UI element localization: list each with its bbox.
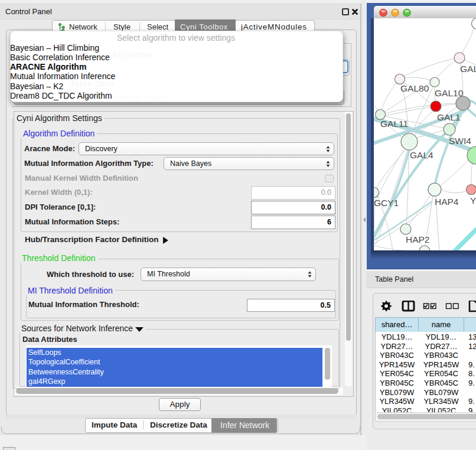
- svg-text:SWI4: SWI4: [449, 136, 471, 146]
- svg-text:GAL80: GAL80: [400, 83, 429, 93]
- svg-text:GCY1: GCY1: [374, 198, 399, 208]
- svg-text:HAP2: HAP2: [406, 234, 430, 244]
- svg-text:GAL1: GAL1: [437, 112, 461, 122]
- svg-text:GAL4: GAL4: [410, 150, 433, 160]
- svg-text:Y: Y: [470, 195, 476, 206]
- svg-text:HAP4: HAP4: [435, 197, 459, 207]
- svg-text:GAL10: GAL10: [435, 88, 464, 98]
- svg-text:GAL7: GAL7: [460, 64, 476, 74]
- svg-text:GAL11: GAL11: [380, 119, 408, 129]
